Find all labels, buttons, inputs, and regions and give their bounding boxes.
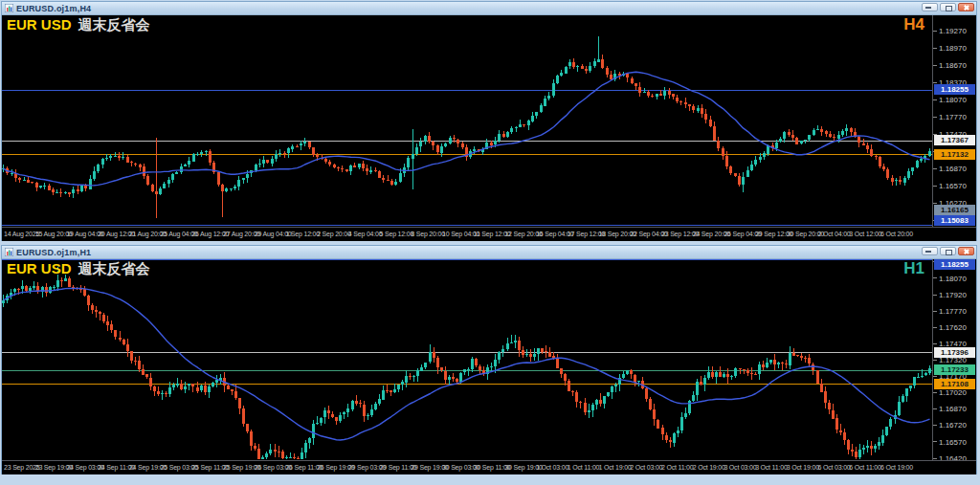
candle [875, 156, 878, 157]
candle [110, 324, 113, 330]
chart-window-h1[interactable]: EURUSD.oj1m,H1 EUR USD週末反省会 H1 1.182201.… [1, 245, 977, 474]
candle [903, 178, 906, 183]
candle [779, 139, 782, 142]
candle [457, 140, 459, 143]
candle [730, 376, 733, 377]
candle [369, 170, 372, 172]
candle [175, 172, 178, 174]
price-marker-box: 1.17132 [934, 149, 975, 160]
titlebar[interactable]: EURUSD.oj1m,H1 [2, 246, 976, 259]
candle [729, 166, 732, 173]
restore-icon [946, 6, 952, 11]
minimize-button[interactable] [922, 247, 938, 255]
time-tick-label: 2 Oct 04:00 [818, 231, 851, 237]
price-tick-label: 1.18070 [933, 96, 967, 105]
candle [679, 101, 682, 102]
candle [881, 435, 884, 443]
close-button[interactable] [958, 247, 974, 255]
candle [440, 367, 443, 370]
candle [597, 59, 600, 62]
candle [858, 137, 860, 143]
chart-overlay: EUR USD週末反省会 [7, 16, 150, 34]
candle [575, 392, 578, 402]
candle [436, 358, 439, 367]
candle [657, 420, 659, 429]
time-axis[interactable]: 14 Aug 202515 Aug 20:0019 Aug 04:0020 Au… [2, 227, 976, 241]
chart-window-h4[interactable]: EURUSD.oj1m,H4 EUR USD週末反省会 H4 1.192701.… [1, 1, 977, 241]
candle [909, 386, 912, 388]
price-tick-label: 1.17770 [933, 113, 967, 122]
candle [188, 384, 190, 386]
price-axis[interactable]: 1.182201.180701.179201.177701.176201.174… [932, 259, 976, 460]
candle [17, 289, 20, 290]
candle [502, 134, 505, 137]
candlestick-plot[interactable] [2, 15, 932, 226]
minimize-button[interactable] [922, 3, 938, 11]
candle [498, 352, 501, 360]
chart-body[interactable]: EUR USD週末反省会 H4 1.192701.189701.186701.1… [2, 15, 976, 241]
candlestick-plot[interactable] [2, 259, 932, 459]
candle [159, 188, 162, 194]
candle [917, 377, 920, 378]
candle [184, 165, 187, 166]
candle [415, 147, 418, 154]
candle [122, 157, 124, 158]
candle [89, 179, 92, 189]
candle [343, 412, 345, 414]
candle [924, 373, 927, 375]
candle [168, 387, 171, 394]
candle [734, 173, 737, 176]
candle [541, 348, 544, 352]
price-marker-box: 1.17396 [934, 347, 975, 358]
candle [701, 108, 703, 114]
candle [533, 354, 536, 357]
time-tick-label: 1 Oct 11:00 [568, 464, 599, 471]
candle [432, 142, 434, 145]
candle [394, 182, 397, 185]
candle [320, 418, 323, 423]
candle [21, 286, 24, 289]
restore-button[interactable] [940, 3, 956, 11]
candle [45, 287, 48, 293]
candle [783, 132, 786, 139]
candle [828, 403, 831, 409]
candle [355, 401, 358, 404]
candle [920, 159, 923, 161]
candle [665, 435, 668, 440]
restore-button[interactable] [940, 247, 956, 255]
candle [862, 143, 865, 145]
candle [106, 321, 109, 325]
candle [419, 142, 422, 146]
candle [151, 185, 154, 191]
time-tick-label: 6 Oct 20:00 [880, 231, 913, 237]
candle [289, 457, 292, 458]
candle [105, 158, 108, 159]
candle [341, 168, 344, 169]
candle [535, 112, 538, 116]
candle [461, 143, 464, 147]
candle [519, 124, 522, 127]
candle [390, 390, 392, 392]
candle [382, 178, 385, 180]
candle [196, 387, 199, 391]
titlebar[interactable]: EURUSD.oj1m,H4 [2, 2, 976, 15]
price-axis[interactable]: 1.192701.189701.186701.183701.180701.177… [932, 15, 976, 227]
candle [651, 96, 654, 97]
candle [606, 68, 609, 75]
candle [444, 371, 447, 380]
candle [122, 340, 125, 344]
close-button[interactable] [958, 3, 974, 11]
candle [126, 344, 129, 351]
candle [287, 148, 290, 153]
price-marker-box: 1.18255 [934, 259, 975, 270]
time-axis[interactable]: 23 Sep 202523 Sep 19:0024 Sep 03:0024 Se… [2, 460, 976, 474]
chart-body[interactable]: EUR USD週末反省会 H1 1.182201.180701.179201.1… [2, 259, 976, 474]
candle [167, 180, 170, 184]
candle [157, 391, 160, 394]
candle [719, 372, 722, 377]
candle [611, 386, 613, 392]
candle [433, 352, 435, 358]
candle [696, 382, 699, 395]
candle [142, 369, 145, 375]
chart-window-icon [5, 4, 13, 12]
